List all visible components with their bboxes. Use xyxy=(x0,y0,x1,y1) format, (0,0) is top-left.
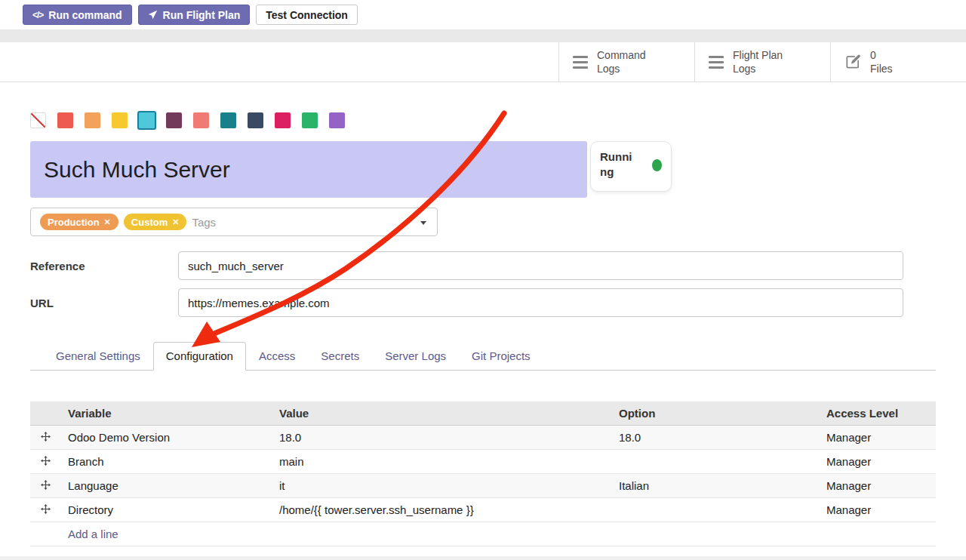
status-dot xyxy=(652,159,662,171)
table-row[interactable]: Odoo Demo Version 18.0 18.0 Manager xyxy=(30,426,936,450)
tag-custom-label: Custom xyxy=(131,217,168,228)
cell-option[interactable] xyxy=(611,498,819,522)
header-access-level: Access Level xyxy=(819,402,936,426)
color-swatch-yellow[interactable] xyxy=(112,112,128,128)
color-swatch-fuchsia[interactable] xyxy=(275,112,291,128)
cell-option[interactable]: 18.0 xyxy=(611,426,819,450)
cell-access[interactable]: Manager xyxy=(819,498,936,522)
files-count: 0 xyxy=(870,48,893,62)
tag-production[interactable]: Production ✕ xyxy=(40,214,118,230)
header-value: Value xyxy=(272,402,611,426)
reference-label: Reference xyxy=(30,260,178,272)
color-swatch-dark-purple[interactable] xyxy=(166,112,182,128)
status-label: Running xyxy=(600,149,636,180)
table-header-row: Variable Value Option Access Level xyxy=(30,402,936,426)
tab-secrets[interactable]: Secrets xyxy=(308,342,372,371)
list-icon xyxy=(709,56,724,69)
tab-configuration[interactable]: Configuration xyxy=(153,342,246,371)
record-title-field[interactable]: Such Much Server xyxy=(30,141,587,198)
add-line-row: Add a line xyxy=(30,522,936,546)
cell-access[interactable]: Manager xyxy=(819,474,936,498)
flight-plan-logs-label-line1: Flight Plan xyxy=(733,48,783,62)
color-swatch-none[interactable] xyxy=(30,112,46,128)
drag-handle-icon[interactable] xyxy=(41,504,51,514)
cell-variable[interactable]: Branch xyxy=(60,450,272,474)
tag-custom[interactable]: Custom ✕ xyxy=(124,214,187,230)
table-row[interactable]: Directory /home/{{ tower.server.ssh_user… xyxy=(30,498,936,522)
color-swatch-green[interactable] xyxy=(302,112,318,128)
add-line-link[interactable]: Add a line xyxy=(68,528,118,540)
drag-handle-icon[interactable] xyxy=(41,480,51,490)
header-option: Option xyxy=(611,402,819,426)
cell-access[interactable]: Manager xyxy=(819,450,936,474)
color-swatch-salmon[interactable] xyxy=(193,112,209,128)
cell-option[interactable]: Italian xyxy=(611,474,819,498)
run-flight-plan-button[interactable]: Run Flight Plan xyxy=(138,5,251,25)
tab-git-projects[interactable]: Git Projects xyxy=(459,342,543,371)
notebook-tabs: General Settings Configuration Access Se… xyxy=(30,342,936,371)
code-icon: </> xyxy=(32,10,43,20)
remove-tag-icon[interactable]: ✕ xyxy=(104,217,111,227)
status-card[interactable]: Running xyxy=(590,141,672,192)
table-row[interactable]: Branch main Manager xyxy=(30,450,936,474)
drag-handle-icon[interactable] xyxy=(41,456,51,466)
reference-input[interactable] xyxy=(178,251,903,280)
test-connection-button[interactable]: Test Connection xyxy=(256,5,358,25)
tags-field[interactable]: Production ✕ Custom ✕ Tags xyxy=(30,208,438,236)
files-button[interactable]: 0 Files xyxy=(830,42,966,82)
color-swatch-teal[interactable] xyxy=(220,112,236,128)
command-logs-button[interactable]: Command Logs xyxy=(558,42,694,82)
action-toolbar: </> Run command Run Flight Plan Test Con… xyxy=(0,0,966,29)
cell-value[interactable]: it xyxy=(272,474,611,498)
color-swatch-purple[interactable] xyxy=(329,112,345,128)
url-label: URL xyxy=(30,297,178,309)
color-swatch-cyan[interactable] xyxy=(137,111,156,130)
tags-placeholder: Tags xyxy=(192,216,216,229)
flight-plan-logs-label-line2: Logs xyxy=(733,62,783,75)
config-variables-table: Variable Value Option Access Level Odoo … xyxy=(30,402,936,546)
cell-option[interactable] xyxy=(611,450,819,474)
cell-value[interactable]: /home/{{ tower.server.ssh_username }} xyxy=(272,498,611,522)
tab-access[interactable]: Access xyxy=(246,342,308,371)
stat-button-bar: Command Logs Flight Plan Logs 0 Files xyxy=(0,42,966,82)
run-command-label: Run command xyxy=(48,9,122,21)
files-label: Files xyxy=(870,62,893,75)
command-logs-label-line1: Command xyxy=(597,48,646,62)
cell-variable[interactable]: Directory xyxy=(60,498,272,522)
chevron-down-icon[interactable] xyxy=(420,221,426,225)
paper-plane-icon xyxy=(148,10,158,20)
run-command-button[interactable]: </> Run command xyxy=(23,5,132,25)
cell-value[interactable]: main xyxy=(272,450,611,474)
header-variable: Variable xyxy=(60,402,272,426)
cell-variable[interactable]: Odoo Demo Version xyxy=(60,426,272,450)
tab-general-settings[interactable]: General Settings xyxy=(43,342,153,371)
edit-icon xyxy=(844,54,861,70)
remove-tag-icon[interactable]: ✕ xyxy=(172,217,179,227)
list-icon xyxy=(573,56,588,69)
bottom-strip xyxy=(0,556,966,560)
color-swatch-red[interactable] xyxy=(57,112,73,128)
flight-plan-logs-button[interactable]: Flight Plan Logs xyxy=(694,42,830,82)
color-swatch-orange[interactable] xyxy=(85,112,100,128)
color-picker xyxy=(30,111,936,130)
url-input[interactable] xyxy=(178,288,903,317)
cell-variable[interactable]: Language xyxy=(60,474,272,498)
command-logs-label-line2: Logs xyxy=(597,62,646,75)
color-swatch-navy[interactable] xyxy=(248,112,263,128)
cell-value[interactable]: 18.0 xyxy=(272,426,611,450)
run-flight-plan-label: Run Flight Plan xyxy=(163,9,241,21)
form-content: Such Much Server Running Production ✕ Cu… xyxy=(0,111,966,546)
tag-production-label: Production xyxy=(48,217,100,228)
test-connection-label: Test Connection xyxy=(266,9,348,21)
table-row[interactable]: Language it Italian Manager xyxy=(30,474,936,498)
record-title: Such Much Server xyxy=(44,157,230,183)
drag-handle-icon[interactable] xyxy=(41,432,51,442)
cell-access[interactable]: Manager xyxy=(819,426,936,450)
tab-server-logs[interactable]: Server Logs xyxy=(372,342,459,371)
separator-strip xyxy=(0,29,966,42)
